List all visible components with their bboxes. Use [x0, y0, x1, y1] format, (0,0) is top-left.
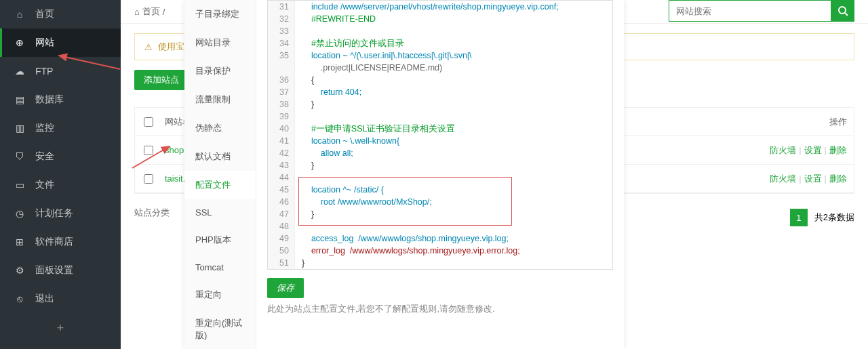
code-line[interactable]: 50 error_log /www/wwwlogs/shop.mingyueye…	[268, 245, 612, 257]
code-line[interactable]: 47 }	[268, 208, 612, 220]
sidebar-item-chart[interactable]: ▥监控	[0, 114, 121, 142]
code-line[interactable]: 41 location ~ \.well-known{	[268, 135, 612, 147]
sidebar-item-globe[interactable]: ⊕网站	[0, 28, 121, 57]
code-text[interactable]: access_log /www/wwwlogs/shop.mingyueye.v…	[295, 232, 612, 245]
sidebar-item-apps[interactable]: ⊞软件商店	[0, 228, 121, 256]
page-1[interactable]: 1	[790, 209, 808, 226]
breadcrumb-home[interactable]: 首页	[142, 5, 160, 18]
site-class-label[interactable]: 站点分类	[134, 207, 170, 219]
code-text[interactable]	[295, 220, 612, 232]
line-number: 48	[268, 220, 295, 232]
save-button[interactable]: 保存	[267, 278, 304, 298]
select-all-checkbox[interactable]	[144, 117, 153, 127]
code-text[interactable]: return 404;	[295, 86, 612, 98]
exit-icon: ⎋	[14, 293, 26, 305]
code-line[interactable]: 46 root /www/wwwroot/MxShop/;	[268, 196, 612, 208]
code-line[interactable]: 37 return 404;	[268, 86, 612, 98]
line-number: 37	[268, 86, 295, 98]
sidebar-item-clock[interactable]: ◷计划任务	[0, 199, 121, 228]
line-number: 42	[268, 147, 295, 159]
code-text[interactable]	[295, 25, 612, 37]
modal-tab[interactable]: Tomcat	[184, 254, 256, 281]
code-line[interactable]: 40 #一键申请SSL证书验证目录相关设置	[268, 123, 612, 135]
code-text[interactable]: root /www/wwwroot/MxShop/;	[295, 196, 612, 208]
code-text[interactable]: include /www/server/panel/vhost/rewrite/…	[295, 1, 612, 13]
line-number: 31	[268, 1, 295, 13]
code-line[interactable]: 51}	[268, 257, 612, 269]
row-action[interactable]: 设置	[804, 173, 822, 184]
sidebar-item-folder[interactable]: ▭文件	[0, 171, 121, 199]
modal-tab[interactable]: 默认文档	[184, 142, 256, 171]
row-action[interactable]: 删除	[829, 145, 847, 155]
sidebar-item-home[interactable]: ⌂首页	[0, 0, 121, 28]
sidebar-item-label: FTP	[35, 66, 53, 77]
modal-tab[interactable]: 网站目录	[184, 28, 256, 57]
code-line[interactable]: 43 }	[268, 159, 612, 171]
code-line[interactable]: 39	[268, 110, 612, 123]
code-line[interactable]: 48	[268, 220, 612, 232]
code-line[interactable]: 49 access_log /www/wwwlogs/shop.mingyuey…	[268, 232, 612, 245]
modal-tab[interactable]: 重定向(测试版)	[184, 309, 256, 349]
sidebar-item-label: 首页	[35, 8, 54, 20]
code-line[interactable]: 36 {	[268, 74, 612, 86]
site-name-link[interactable]: taisit.	[165, 173, 185, 184]
row-checkbox[interactable]	[144, 174, 153, 184]
code-line[interactable]: 33	[268, 25, 612, 37]
code-text[interactable]: #REWRITE-END	[295, 13, 612, 25]
sidebar-item-label: 网站	[35, 37, 54, 49]
sidebar-item-cloud[interactable]: ☁FTP	[0, 57, 121, 85]
code-text[interactable]	[295, 110, 612, 123]
code-text[interactable]: error_log /www/wwwlogs/shop.mingyueye.vi…	[295, 245, 612, 257]
code-line[interactable]: 34 #禁止访问的文件或目录	[268, 37, 612, 49]
sidebar-item-exit[interactable]: ⎋退出	[0, 285, 121, 313]
modal-tab[interactable]: 子目录绑定	[184, 0, 256, 28]
code-text[interactable]: }	[295, 208, 612, 220]
svg-line-1	[845, 13, 848, 16]
modal-tab[interactable]: 流量限制	[184, 85, 256, 114]
code-text[interactable]: location ~ ^/(\.user.ini|\.htaccess|\.gi…	[295, 49, 612, 62]
code-text[interactable]: #禁止访问的文件或目录	[295, 37, 612, 49]
modal-tab[interactable]: 目录保护	[184, 57, 256, 85]
code-text[interactable]	[295, 171, 612, 184]
row-action[interactable]: 防火墙	[770, 173, 796, 184]
sidebar-item-gear[interactable]: ⚙面板设置	[0, 256, 121, 285]
code-text[interactable]: }	[295, 159, 612, 171]
code-text[interactable]: {	[295, 74, 612, 86]
sidebar-item-label: 安全	[35, 150, 54, 163]
modal-tab[interactable]: 伪静态	[184, 114, 256, 142]
search-input[interactable]	[669, 0, 831, 22]
code-text[interactable]: .project|LICENSE|README.md)	[295, 62, 612, 74]
code-line[interactable]: 44	[268, 171, 612, 184]
modal-tab[interactable]: PHP版本	[184, 226, 256, 254]
config-editor[interactable]: 31 include /www/server/panel/vhost/rewri…	[267, 0, 613, 270]
row-action[interactable]: 防火墙	[770, 145, 796, 155]
modal-tab[interactable]: 重定向	[184, 281, 256, 309]
code-line[interactable]: 35 location ~ ^/(\.user.ini|\.htaccess|\…	[268, 49, 612, 62]
sidebar-item-db[interactable]: ▤数据库	[0, 85, 121, 114]
code-line[interactable]: 31 include /www/server/panel/vhost/rewri…	[268, 1, 612, 13]
sidebar-item-shield[interactable]: ⛉安全	[0, 142, 121, 171]
row-action[interactable]: 设置	[804, 145, 822, 155]
add-site-button[interactable]: 添加站点	[134, 70, 189, 90]
code-line[interactable]: 38 }	[268, 98, 612, 110]
code-text[interactable]: location ~ \.well-known{	[295, 135, 612, 147]
modal-tab[interactable]: 配置文件	[184, 171, 256, 199]
code-text[interactable]: }	[295, 98, 612, 110]
code-text[interactable]: allow all;	[295, 147, 612, 159]
row-checkbox[interactable]	[144, 146, 153, 155]
row-action[interactable]: 删除	[829, 173, 847, 184]
code-text[interactable]: }	[295, 257, 612, 269]
line-number: 50	[268, 245, 295, 257]
line-number: 40	[268, 123, 295, 135]
code-line[interactable]: 32 #REWRITE-END	[268, 13, 612, 25]
code-line[interactable]: .project|LICENSE|README.md)	[268, 62, 612, 74]
code-line[interactable]: 42 allow all;	[268, 147, 612, 159]
code-text[interactable]: location ^~ /static/ {	[295, 184, 612, 196]
modal-tab[interactable]: SSL	[184, 199, 256, 226]
code-text[interactable]: #一键申请SSL证书验证目录相关设置	[295, 123, 612, 135]
sidebar-add[interactable]: +	[0, 313, 121, 344]
site-name-link[interactable]: shop.	[165, 145, 186, 155]
line-number: 46	[268, 196, 295, 208]
code-line[interactable]: 45 location ^~ /static/ {	[268, 184, 612, 196]
search-button[interactable]	[831, 0, 854, 22]
